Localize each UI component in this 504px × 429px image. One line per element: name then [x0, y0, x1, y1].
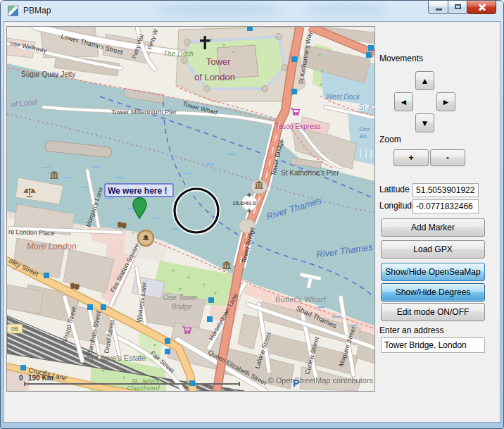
load-gpx-button[interactable]: Load GPX [381, 240, 485, 259]
titlebar[interactable]: PBMap [1, 1, 503, 21]
label-sugar-quay: Sugar Quay Jetty [21, 70, 75, 78]
label-one-tower-1: One Tower [163, 294, 198, 301]
minimize-button[interactable] [428, 1, 448, 14]
move-down-button[interactable]: ▼ [415, 113, 434, 132]
address-label: Enter an address [379, 325, 443, 335]
longitude-input[interactable] [412, 199, 479, 213]
label-one-tower-2: Bridge [172, 303, 192, 311]
label-st-ka: St-Ka [358, 103, 374, 111]
label-tower-2: of London [194, 72, 235, 82]
caption-buttons [429, 1, 496, 14]
maximize-icon [455, 4, 461, 9]
label-churchyard: Churchyard [127, 385, 160, 391]
toggle-degrees-button[interactable]: Show/Hide Degrees [381, 283, 485, 301]
move-right-button[interactable]: ► [436, 92, 455, 111]
address-input[interactable] [381, 337, 485, 353]
latitude-input[interactable] [412, 183, 479, 197]
map-canvas[interactable]: use Walkway Lower Thames Street Petty Wa… [6, 26, 375, 392]
label-west-dock: West Dock [326, 93, 360, 101]
label-st-katherines-pier: St Katherine's Pier [281, 169, 339, 177]
move-left-button[interactable]: ◄ [394, 92, 413, 111]
maximize-button[interactable] [448, 1, 467, 14]
map-svg[interactable]: use Walkway Lower Thames Street Petty Wa… [7, 27, 374, 391]
latitude-label: Latitude [379, 185, 410, 194]
label-st-olaves: St Olave's Estate [87, 354, 146, 362]
app-icon [8, 6, 18, 16]
monument-icon [138, 230, 153, 246]
window-title: PBMap [23, 6, 51, 15]
zoom-label: Zoom [379, 135, 401, 144]
label-tesco: Tesco Express [275, 123, 320, 130]
label-tower-1: Tower [206, 56, 231, 67]
label-cen: Cen [359, 126, 370, 132]
label-st-johns: St. John's [132, 378, 160, 385]
road-shield-label: 05 [11, 325, 18, 332]
titlebar-glass-reflection [303, 5, 388, 15]
longitude-label: Longitude [379, 201, 417, 211]
movements-label: Movements [379, 54, 423, 63]
map-text-annotation[interactable]: We were here ! [105, 184, 173, 197]
zoom-out-button[interactable]: - [430, 149, 465, 166]
edit-mode-button[interactable]: Edit mode ON/OFF [381, 303, 485, 321]
minimize-icon [436, 8, 442, 11]
zoom-in-button[interactable]: + [393, 149, 429, 166]
label-bo: Bo [360, 133, 367, 139]
label-more-london: More London [27, 242, 77, 251]
close-icon [479, 4, 486, 11]
label-butlers-wharf: Butler's Wharf [275, 295, 327, 304]
scale-distance-label: 190 Km [28, 374, 53, 382]
move-up-button[interactable]: ▲ [415, 71, 434, 90]
app-window: PBMap [0, 0, 504, 429]
close-button[interactable] [467, 1, 496, 14]
label-millennium-pier: Tower Millennium Pier [111, 108, 177, 116]
toggle-openseamap-button[interactable]: Show/Hide OpenSeaMap [381, 263, 485, 281]
label-clearance: 15.6/49.6 [232, 200, 256, 206]
svg-text:We were here !: We were here ! [108, 186, 167, 196]
titlebar-glass-reflection [156, 4, 282, 16]
scale-zero-label: 0 [19, 374, 23, 382]
map-attribution: © OpenStreetMap contributors [268, 376, 374, 385]
label-the-ditch: The Ditch [163, 50, 194, 58]
add-marker-button[interactable]: Add Marker [381, 218, 485, 237]
